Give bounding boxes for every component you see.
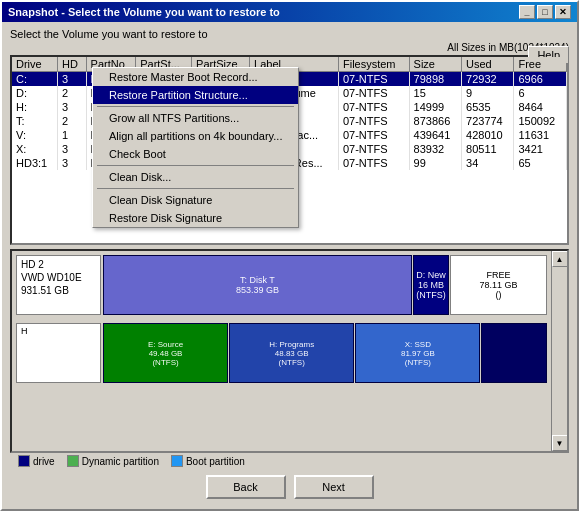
hd2-disk-t-partition[interactable]: T: Disk T 853.39 GB — [103, 255, 412, 315]
hd-lower-row: H E: Source 49.48 GB (NTFS) H: Programs … — [16, 323, 547, 383]
hd3-e-fs: (NTFS) — [152, 358, 178, 367]
hd2-new-partition[interactable]: D: New 16 MB (NTFS) — [413, 255, 449, 315]
hd2-free-partition[interactable]: FREE 78.11 GB () — [450, 255, 547, 315]
table-cell: 79898 — [409, 72, 461, 87]
legend-boot-box — [171, 455, 183, 467]
hd3-h-label: H: Programs — [269, 340, 314, 349]
col-hd: HD — [58, 57, 87, 72]
legend-drive: drive — [18, 455, 55, 467]
hd3-part3[interactable]: X: SSD 81.97 GB (NTFS) — [355, 323, 480, 383]
table-cell: 99 — [409, 156, 461, 170]
table-cell: 34 — [462, 156, 514, 170]
scroll-down-button[interactable]: ▼ — [552, 435, 568, 451]
legend-drive-label: drive — [33, 456, 55, 467]
hd3-part4[interactable] — [481, 323, 547, 383]
table-cell: 3 — [58, 72, 87, 87]
disk-visual-section: HD 2 VWD WD10E 931.51 GB T: Disk T 853.3… — [10, 249, 569, 469]
hd3-h-fs: (NTFS) — [279, 358, 305, 367]
hd2-size: 931.51 GB — [21, 284, 96, 297]
col-size: Size — [409, 57, 461, 72]
hd2-name: HD 2 — [21, 258, 96, 271]
next-button[interactable]: Next — [294, 475, 374, 499]
hd2-free-size: 78.11 GB — [480, 280, 518, 290]
size-info: All Sizes in MB(1024*1024) — [10, 42, 569, 53]
hd2-new-fs: (NTFS) — [416, 290, 446, 300]
hd-lower-name: H — [21, 326, 96, 338]
legend-drive-box — [18, 455, 30, 467]
table-cell: 07-NTFS — [338, 72, 409, 87]
hd3-e-size: 49.48 GB — [149, 349, 183, 358]
hd2-label: HD 2 VWD WD10E 931.51 GB — [16, 255, 101, 315]
minimize-button[interactable]: _ — [519, 5, 535, 19]
table-cell: 6535 — [462, 100, 514, 114]
table-cell: 2 — [58, 114, 87, 128]
legend-row: drive Dynamic partition Boot partition — [10, 453, 569, 469]
table-cell: X: — [12, 142, 58, 156]
content-area: Help Select the Volume you want to resto… — [2, 22, 577, 509]
table-cell: 150092 — [514, 114, 567, 128]
titlebar-buttons: _ □ ✕ — [519, 5, 571, 19]
col-filesystem: Filesystem — [338, 57, 409, 72]
hd2-disk-t-size: 853.39 GB — [236, 285, 279, 295]
hd3-part1[interactable]: E: Source 49.48 GB (NTFS) — [103, 323, 228, 383]
table-cell: HD3:1 — [12, 156, 58, 170]
table-cell: 6966 — [514, 72, 567, 87]
table-cell: 15 — [409, 86, 461, 100]
maximize-button[interactable]: □ — [537, 5, 553, 19]
hd3-x-fs: (NTFS) — [405, 358, 431, 367]
table-cell: 07-NTFS — [338, 86, 409, 100]
table-cell: T: — [12, 114, 58, 128]
table-cell: V: — [12, 128, 58, 142]
table-cell: 873866 — [409, 114, 461, 128]
subtitle: Select the Volume you want to restore to — [10, 28, 569, 40]
back-button[interactable]: Back — [206, 475, 286, 499]
legend-dynamic: Dynamic partition — [67, 455, 159, 467]
hd2-new-label: D: New — [416, 270, 446, 280]
table-cell: 6 — [514, 86, 567, 100]
table-cell: 07-NTFS — [338, 142, 409, 156]
table-cell: D: — [12, 86, 58, 100]
disk-area: HD 2 VWD WD10E 931.51 GB T: Disk T 853.3… — [10, 249, 569, 453]
table-cell: 9 — [462, 86, 514, 100]
table-cell: 439641 — [409, 128, 461, 142]
table-cell: 72932 — [462, 72, 514, 87]
hd3-x-label: X: SSD — [405, 340, 431, 349]
footer-buttons: Back Next — [10, 469, 569, 503]
table-cell: 07-NTFS — [338, 128, 409, 142]
legend-boot-label: Boot partition — [186, 456, 245, 467]
table-cell: 83932 — [409, 142, 461, 156]
table-cell: 80511 — [462, 142, 514, 156]
table-cell: 07-NTFS — [338, 100, 409, 114]
hd-lower-partitions: E: Source 49.48 GB (NTFS) H: Programs 48… — [103, 323, 547, 383]
main-window: Snapshot - Select the Volume you want to… — [0, 0, 579, 511]
table-cell: 07-NTFS — [338, 114, 409, 128]
table-cell: 8464 — [514, 100, 567, 114]
legend-dynamic-box — [67, 455, 79, 467]
table-cell: 723774 — [462, 114, 514, 128]
hd2-free-fs: () — [496, 290, 502, 300]
legend-boot: Boot partition — [171, 455, 245, 467]
disk-area-inner: HD 2 VWD WD10E 931.51 GB T: Disk T 853.3… — [12, 251, 551, 451]
col-drive: Drive — [12, 57, 58, 72]
disk-scrollbar[interactable]: ▲ ▼ — [551, 251, 567, 451]
table-cell: 2 — [58, 86, 87, 100]
hd3-part2[interactable]: H: Programs 48.83 GB (NTFS) — [229, 323, 354, 383]
hd2-partitions: T: Disk T 853.39 GB D: New 16 MB (NTFS) … — [103, 255, 547, 315]
table-cell: 11631 — [514, 128, 567, 142]
table-cell: 1 — [58, 128, 87, 142]
hd2-free-label: FREE — [487, 270, 511, 280]
table-cell: C: — [12, 72, 58, 87]
table-cell: 07-NTFS — [338, 156, 409, 170]
hd2-disk-t-label: T: Disk T — [240, 275, 275, 285]
scroll-up-button[interactable]: ▲ — [552, 251, 568, 267]
hd3-e-label: E: Source — [148, 340, 183, 349]
hd2-row: HD 2 VWD WD10E 931.51 GB T: Disk T 853.3… — [16, 255, 547, 315]
close-button[interactable]: ✕ — [555, 5, 571, 19]
titlebar: Snapshot - Select the Volume you want to… — [2, 2, 577, 22]
table-cell: 3421 — [514, 142, 567, 156]
hd2-new-size: 16 MB — [418, 280, 444, 290]
table-cell: 3 — [58, 142, 87, 156]
table-cell: 3 — [58, 156, 87, 170]
col-free: Free — [514, 57, 567, 72]
table-cell: 65 — [514, 156, 567, 170]
